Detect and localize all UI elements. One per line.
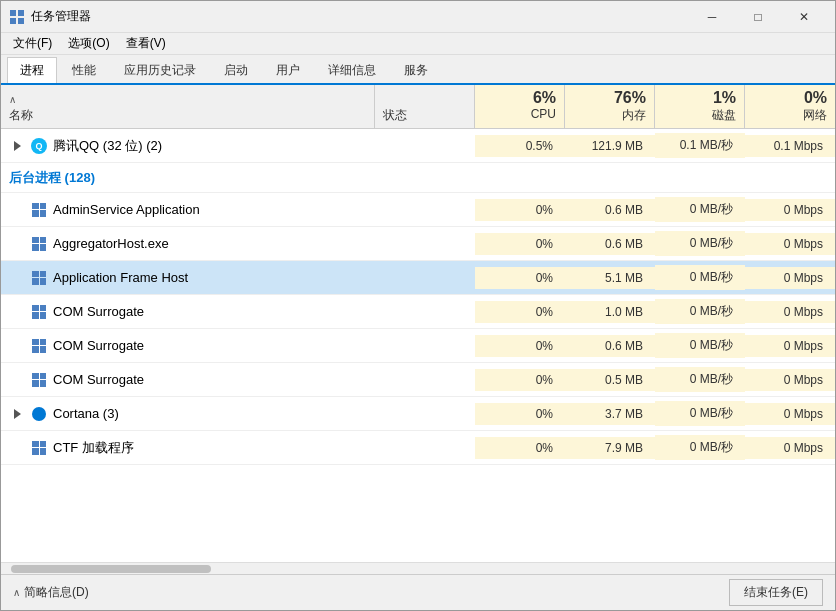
process-icon bbox=[31, 406, 47, 422]
tab-startup[interactable]: 启动 bbox=[211, 57, 261, 83]
process-name-cell: COM Surrogate bbox=[1, 300, 375, 324]
table-row[interactable]: AdminService Application 0% 0.6 MB 0 MB/… bbox=[1, 193, 835, 227]
tab-details[interactable]: 详细信息 bbox=[315, 57, 389, 83]
col-mem-header[interactable]: 76% 内存 bbox=[565, 85, 655, 128]
process-net: 0 Mbps bbox=[745, 369, 835, 391]
process-mem: 3.7 MB bbox=[565, 403, 655, 425]
mem-label: 内存 bbox=[622, 107, 646, 124]
process-disk: 0 MB/秒 bbox=[655, 401, 745, 426]
tab-app-history[interactable]: 应用历史记录 bbox=[111, 57, 209, 83]
disk-label: 磁盘 bbox=[712, 107, 736, 124]
col-cpu-header[interactable]: 6% CPU bbox=[475, 85, 565, 128]
col-status-header[interactable]: 状态 bbox=[375, 85, 475, 128]
tab-processes[interactable]: 进程 bbox=[7, 57, 57, 83]
process-name-cell: COM Surrogate bbox=[1, 334, 375, 358]
process-status bbox=[375, 444, 475, 452]
qq-icon: Q bbox=[31, 138, 47, 154]
process-status bbox=[375, 274, 475, 282]
summary-label: 简略信息(D) bbox=[24, 584, 89, 601]
process-name-cell: Application Frame Host bbox=[1, 266, 375, 290]
process-cpu: 0% bbox=[475, 267, 565, 289]
qq-net: 0.1 Mbps bbox=[745, 135, 835, 157]
window-controls: ─ □ ✕ bbox=[689, 1, 827, 33]
table-row[interactable]: COM Surrogate 0% 1.0 MB 0 MB/秒 0 Mbps bbox=[1, 295, 835, 329]
qq-label: 腾讯QQ (32 位) (2) bbox=[53, 137, 162, 155]
process-disk: 0 MB/秒 bbox=[655, 299, 745, 324]
process-status bbox=[375, 308, 475, 316]
horizontal-scrollbar[interactable] bbox=[1, 562, 835, 574]
net-percent: 0% bbox=[804, 89, 827, 107]
process-mem: 5.1 MB bbox=[565, 267, 655, 289]
table-row[interactable]: CTF 加载程序 0% 7.9 MB 0 MB/秒 0 Mbps bbox=[1, 431, 835, 465]
table-row[interactable]: Cortana (3) 0% 3.7 MB 0 MB/秒 0 Mbps bbox=[1, 397, 835, 431]
process-name-cell: AggregatorHost.exe bbox=[1, 232, 375, 256]
qq-cpu: 0.5% bbox=[475, 135, 565, 157]
qq-status bbox=[375, 142, 475, 150]
col-net-header[interactable]: 0% 网络 bbox=[745, 85, 835, 128]
table-row[interactable]: Application Frame Host 0% 5.1 MB 0 MB/秒 … bbox=[1, 261, 835, 295]
process-net: 0 Mbps bbox=[745, 267, 835, 289]
end-task-button[interactable]: 结束任务(E) bbox=[729, 579, 823, 606]
svg-rect-0 bbox=[10, 10, 16, 16]
process-disk: 0 MB/秒 bbox=[655, 435, 745, 460]
tabs-bar: 进程 性能 应用历史记录 启动 用户 详细信息 服务 bbox=[1, 55, 835, 85]
bg-section-row: 后台进程 (128) bbox=[1, 163, 835, 193]
process-net: 0 Mbps bbox=[745, 233, 835, 255]
process-mem: 0.6 MB bbox=[565, 233, 655, 255]
table-row[interactable]: COM Surrogate 0% 0.6 MB 0 MB/秒 0 Mbps bbox=[1, 329, 835, 363]
process-name-cell: COM Surrogate bbox=[1, 368, 375, 392]
process-status bbox=[375, 410, 475, 418]
process-mem: 7.9 MB bbox=[565, 437, 655, 459]
table-row-qq[interactable]: Q 腾讯QQ (32 位) (2) 0.5% 121.9 MB 0.1 MB/秒… bbox=[1, 129, 835, 163]
svg-rect-3 bbox=[18, 18, 24, 24]
process-cpu: 0% bbox=[475, 335, 565, 357]
process-disk: 0 MB/秒 bbox=[655, 197, 745, 222]
process-disk: 0 MB/秒 bbox=[655, 265, 745, 290]
col-name-header[interactable]: ∧ 名称 bbox=[1, 85, 375, 128]
tab-performance[interactable]: 性能 bbox=[59, 57, 109, 83]
close-button[interactable]: ✕ bbox=[781, 1, 827, 33]
process-icon bbox=[31, 440, 47, 456]
cpu-label: CPU bbox=[531, 107, 556, 121]
table-body[interactable]: Q 腾讯QQ (32 位) (2) 0.5% 121.9 MB 0.1 MB/秒… bbox=[1, 129, 835, 562]
process-net: 0 Mbps bbox=[745, 335, 835, 357]
process-icon bbox=[31, 338, 47, 354]
process-status bbox=[375, 342, 475, 350]
col-name-label: 名称 bbox=[9, 107, 366, 124]
process-net: 0 Mbps bbox=[745, 437, 835, 459]
maximize-button[interactable]: □ bbox=[735, 1, 781, 33]
menu-options[interactable]: 选项(O) bbox=[60, 33, 117, 54]
menu-file[interactable]: 文件(F) bbox=[5, 33, 60, 54]
process-mem: 0.5 MB bbox=[565, 369, 655, 391]
col-disk-header[interactable]: 1% 磁盘 bbox=[655, 85, 745, 128]
qq-expand-btn[interactable] bbox=[9, 138, 25, 154]
process-name-label: CTF 加载程序 bbox=[53, 439, 134, 457]
summary-toggle[interactable]: ∧ 简略信息(D) bbox=[13, 584, 89, 601]
process-status bbox=[375, 376, 475, 384]
process-icon bbox=[31, 304, 47, 320]
process-name-cell: Cortana (3) bbox=[1, 402, 375, 426]
process-disk: 0 MB/秒 bbox=[655, 231, 745, 256]
process-icon bbox=[31, 270, 47, 286]
table-row[interactable]: COM Surrogate 0% 0.5 MB 0 MB/秒 0 Mbps bbox=[1, 363, 835, 397]
col-status-label: 状态 bbox=[383, 107, 407, 124]
process-status bbox=[375, 240, 475, 248]
process-name-label: Cortana (3) bbox=[53, 406, 119, 421]
process-icon bbox=[31, 202, 47, 218]
process-status bbox=[375, 206, 475, 214]
svg-rect-1 bbox=[18, 10, 24, 16]
scrollbar-thumb[interactable] bbox=[11, 565, 211, 573]
minimize-button[interactable]: ─ bbox=[689, 1, 735, 33]
menu-view[interactable]: 查看(V) bbox=[118, 33, 174, 54]
tab-services[interactable]: 服务 bbox=[391, 57, 441, 83]
process-icon bbox=[31, 372, 47, 388]
expand-btn[interactable] bbox=[9, 406, 25, 422]
process-cpu: 0% bbox=[475, 233, 565, 255]
svg-rect-2 bbox=[10, 18, 16, 24]
tab-users[interactable]: 用户 bbox=[263, 57, 313, 83]
qq-disk: 0.1 MB/秒 bbox=[655, 133, 745, 158]
table-row[interactable]: AggregatorHost.exe 0% 0.6 MB 0 MB/秒 0 Mb… bbox=[1, 227, 835, 261]
process-net: 0 Mbps bbox=[745, 199, 835, 221]
process-mem: 0.6 MB bbox=[565, 335, 655, 357]
process-disk: 0 MB/秒 bbox=[655, 333, 745, 358]
